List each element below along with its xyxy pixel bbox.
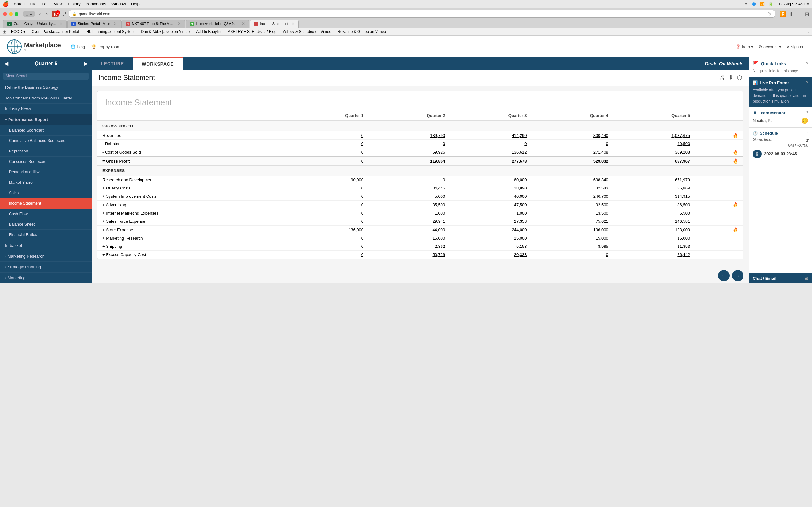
fullscreen-button[interactable]: [14, 12, 18, 16]
share-button[interactable]: ⬆: [789, 11, 793, 17]
tab-lecture[interactable]: LECTURE: [92, 58, 133, 69]
tab-workspace[interactable]: WORKSPACE: [133, 57, 183, 70]
close-button[interactable]: [3, 12, 7, 16]
download-button[interactable]: ⏬: [780, 11, 786, 17]
sidebar-item-cash-flow[interactable]: Cash Flow: [0, 209, 92, 219]
sidebar-item-performance-report[interactable]: ▾ Performance Report: [0, 114, 92, 125]
back-button[interactable]: ‹: [37, 10, 43, 17]
sidebar-item-market-share[interactable]: Market Share: [0, 177, 92, 188]
nav-trophy-room[interactable]: 🏆 trophy room: [91, 44, 120, 49]
apple-menu-icon[interactable]: 🍎: [3, 1, 9, 7]
trend-up-icon: 🔥: [733, 150, 738, 155]
table-row: - Rebates 0 0 0 0 40,500: [97, 140, 743, 148]
sidebar-item-strategic-planning[interactable]: › Strategic Planning: [0, 262, 92, 273]
sidebar-item-top-concerns[interactable]: Top Concerns from Previous Quarter: [0, 93, 92, 104]
spotlight-icon[interactable]: ✦: [745, 2, 748, 6]
more-bookmarks-button[interactable]: ›: [808, 29, 809, 34]
menu-window[interactable]: Window: [111, 2, 126, 6]
new-tab-button[interactable]: ＋: [797, 11, 802, 17]
menu-search-input[interactable]: [3, 72, 89, 79]
sidebar-item-industry-news[interactable]: Industry News: [0, 104, 92, 114]
print-button[interactable]: 🖨: [719, 74, 725, 81]
bookmark-food[interactable]: FOOD ▾: [9, 29, 27, 35]
quick-links-help-button[interactable]: ?: [806, 61, 808, 66]
row-q5-quality: 36,869: [613, 184, 695, 192]
sidebar-item-label: Conscious Scorecard: [9, 159, 47, 164]
sidebar-item-income-statement[interactable]: Income Statement: [0, 199, 92, 209]
bookmark-ihi[interactable]: IHI: Learning...ement System: [84, 29, 136, 35]
refresh-button[interactable]: ↻: [768, 11, 772, 16]
row-q4-salesforce: 75,621: [532, 217, 613, 226]
sidebar-item-demand-ill-will[interactable]: Demand and Ill will: [0, 167, 92, 177]
bookmark-label-cvent: Cvent Passke...anner Portal: [32, 30, 79, 34]
shield-extension-icon[interactable]: 🛡: [61, 11, 66, 17]
sidebar-toggle-button[interactable]: ⊞ ⌄: [23, 11, 35, 17]
menu-edit[interactable]: Edit: [42, 2, 49, 6]
prev-page-button[interactable]: ←: [718, 270, 729, 281]
tab-close-studentportal[interactable]: ✕: [113, 21, 117, 26]
sidebar-item-cumulative-balanced-scorecard[interactable]: Cumulative Balanced Scorecard: [0, 135, 92, 146]
live-pro-forma-help-button[interactable]: ?: [806, 80, 808, 85]
tab-studentportal[interactable]: S Student Portal | Main ✕: [67, 20, 121, 27]
nav-blog[interactable]: 🌐 blog: [70, 44, 85, 49]
bookmark-ashleyste[interactable]: Ashley & Ste...deo on Vimeo: [281, 29, 334, 35]
external-link-button[interactable]: ⬡: [737, 74, 742, 81]
traffic-lights: [3, 12, 18, 16]
sidebar-item-balanced-scorecard[interactable]: Balanced Scorecard: [0, 125, 92, 135]
chat-expand-icon[interactable]: ⊞: [804, 276, 808, 281]
tab-mkt607[interactable]: M MKT-607 Topic 8: The Marketing... ✕: [121, 20, 185, 27]
bookmark-roxanne[interactable]: Roxanne & Gr...eo on Vimeo: [336, 29, 388, 35]
grid-button[interactable]: ⊞: [805, 11, 809, 17]
sidebar-prev-button[interactable]: ◀: [4, 60, 8, 66]
schedule-help-button[interactable]: ?: [806, 131, 808, 135]
menu-view[interactable]: View: [54, 2, 62, 6]
trend-quality: [695, 184, 743, 192]
tab-close-hwhelp[interactable]: ✕: [242, 21, 245, 26]
bookmark-ashley[interactable]: ASHLEY + STE...bsite / Blog: [226, 29, 278, 35]
tab-close-incomestatement[interactable]: ✕: [292, 21, 295, 26]
apps-grid-icon[interactable]: ⊞: [3, 29, 7, 35]
row-label-excess: + Excess Capacity Cost: [97, 250, 287, 259]
address-bar[interactable]: 🔒 game.ilsworld.com ↻: [69, 10, 775, 18]
menu-safari[interactable]: Safari: [14, 2, 25, 6]
tab-gcu[interactable]: G Grand Canyon University | Private... ✕: [3, 20, 67, 27]
nav-help[interactable]: ❓ help ▾: [735, 44, 753, 49]
sidebar-item-sales[interactable]: Sales: [0, 188, 92, 199]
menu-help[interactable]: Help: [131, 2, 140, 6]
menu-bookmarks[interactable]: Bookmarks: [86, 2, 106, 6]
bookmark-label-ashleyste: Ashley & Ste...deo on Vimeo: [283, 30, 332, 34]
table-row: + Excess Capacity Cost 0 50,729 20,333 0…: [97, 250, 743, 259]
menu-file[interactable]: File: [30, 2, 37, 6]
download-page-button[interactable]: ⬇: [728, 74, 733, 81]
nav-signout[interactable]: ✕ sign out: [786, 44, 806, 49]
bookmark-label-roxanne: Roxanne & Gr...eo on Vimeo: [338, 30, 386, 34]
row-label-gross-profit-total: = Gross Profit: [97, 157, 287, 165]
row-q5-revenues: 1,037,675: [613, 131, 695, 140]
menu-history[interactable]: History: [67, 2, 80, 6]
tab-hwhelp[interactable]: H Homework Help - Q&A from Onlin... ✕: [186, 20, 249, 27]
sidebar-item-refine-strategy[interactable]: Refine the Business Strategy: [0, 82, 92, 93]
row-q1-store: 136,000: [287, 226, 368, 234]
sidebar-item-marketing-research[interactable]: › Marketing Research: [0, 251, 92, 262]
nav-account[interactable]: ⚙ account ▾: [758, 44, 781, 49]
sidebar-next-button[interactable]: ▶: [84, 60, 88, 66]
tab-close-mkt607[interactable]: ✕: [177, 21, 181, 26]
tab-close-gcu[interactable]: ✕: [59, 21, 62, 26]
bookmark-danabby[interactable]: Dan & Abby |...deo on Vimeo: [139, 29, 192, 35]
tab-incomestatement[interactable]: I Income Statement ✕: [250, 20, 299, 27]
sidebar-item-reputation[interactable]: Reputation: [0, 146, 92, 157]
minimize-button[interactable]: [9, 12, 13, 16]
sidebar-item-balance-sheet[interactable]: Balance Sheet: [0, 219, 92, 230]
r-extension-icon[interactable]: R 2: [52, 12, 59, 16]
forward-button[interactable]: ›: [44, 10, 49, 17]
sidebar-item-in-basket[interactable]: In-basket: [0, 240, 92, 251]
next-page-button[interactable]: →: [732, 270, 744, 281]
bookmark-babylist[interactable]: Add to Babylist: [194, 29, 223, 35]
sidebar-item-marketing[interactable]: › Marketing: [0, 273, 92, 283]
team-monitor-help-button[interactable]: ?: [806, 111, 808, 115]
sidebar-item-financial-ratios[interactable]: Financial Ratios: [0, 230, 92, 240]
sidebar-item-conscious-scorecard[interactable]: Conscious Scorecard: [0, 157, 92, 167]
sidebar-item-label: Income Statement: [9, 201, 41, 206]
bookmark-cvent[interactable]: Cvent Passke...anner Portal: [30, 29, 81, 35]
team-monitor-header: 🖥 Team Monitor ?: [753, 111, 808, 115]
